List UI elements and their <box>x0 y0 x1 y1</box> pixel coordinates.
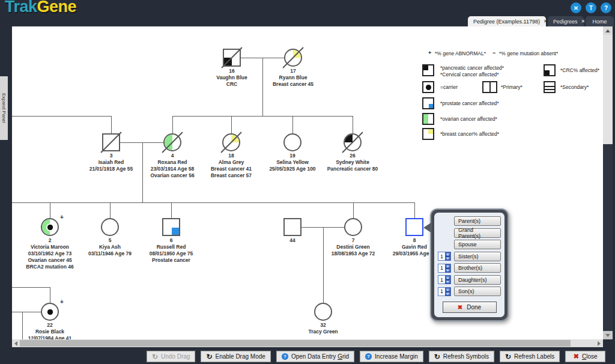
person-label-line: 26 <box>314 153 392 159</box>
horizontal-scrollbar[interactable] <box>12 339 603 347</box>
daughters-count-stepper[interactable]: 1▲▼ <box>438 275 451 284</box>
tab-label: Home <box>592 19 607 25</box>
brothers-count-stepper[interactable]: 1▲▼ <box>438 264 451 273</box>
blue-br-fill <box>172 228 179 235</box>
person-label: 26Sydney WhitePancreatic cancer 80 <box>314 153 392 172</box>
refresh-symbols-button[interactable]: ↻Refresh Symbols <box>429 351 494 362</box>
stepper-down-icon[interactable]: ▼ <box>445 256 450 261</box>
window-buttons: ✕ T ? <box>571 2 611 13</box>
stepper-up-icon[interactable]: ▲ <box>445 276 450 280</box>
pedigree-line <box>171 202 172 218</box>
tab-close-icon[interactable]: ✕ <box>544 19 548 24</box>
person-label-line: Breast cancer 57 <box>192 172 270 179</box>
refresh-icon: ↻ <box>505 353 511 360</box>
sisters-button[interactable]: Sister(s) <box>454 252 501 261</box>
pedigree-line <box>414 202 415 218</box>
stepper-up-icon[interactable]: ▲ <box>445 288 450 292</box>
pedigree-line <box>301 227 344 228</box>
stepper-down-icon[interactable]: ▼ <box>445 280 450 284</box>
tab-pedigree-examples[interactable]: Pedigree (Examples.11798) ✕ <box>468 16 546 26</box>
pedigree-canvas[interactable]: + *% gene ABNORMAL* − *% gene mutation a… <box>12 26 603 347</box>
refresh-labels-button[interactable]: ↻Refresh Labels <box>500 351 560 362</box>
female-symbol[interactable] <box>314 303 332 321</box>
tab-label: Pedigree (Examples.11798) <box>473 19 540 25</box>
daughters-button[interactable]: Daughter(s) <box>454 275 501 285</box>
stepper-value: 1 <box>438 288 445 296</box>
horizontal-scrollbar-thumb[interactable] <box>20 340 571 347</box>
stepper-value: 1 <box>438 264 445 272</box>
stepper-value: 1 <box>438 252 445 260</box>
spouse-button[interactable]: Spouse <box>454 240 501 249</box>
scroll-down-icon[interactable] <box>603 331 613 339</box>
undo-drag-button: ↻Undo Drag <box>147 351 195 362</box>
done-button[interactable]: ✖ Done <box>443 302 497 313</box>
male-symbol[interactable] <box>283 218 301 236</box>
person-label-line: 32 <box>284 322 362 329</box>
parents-button[interactable]: Parent(s) <box>454 216 501 226</box>
tab-close-icon[interactable]: ✕ <box>581 19 586 24</box>
female-symbol[interactable] <box>283 133 301 151</box>
plus-modifier-text: *% gene ABNORMAL* <box>435 50 486 56</box>
tab-label: Pedigrees <box>553 19 578 25</box>
help-icon: ? <box>282 353 288 360</box>
stepper-up-icon[interactable]: ▲ <box>445 252 450 256</box>
female-symbol[interactable] <box>41 303 59 321</box>
crc-legend-text: *CRC% affected* <box>560 67 599 73</box>
refresh-icon: ↻ <box>206 353 212 360</box>
expand-panel-tab[interactable]: Expand Panel <box>0 76 8 140</box>
female-symbol[interactable] <box>101 218 119 236</box>
stepper-down-icon[interactable]: ▼ <box>445 268 450 273</box>
female-symbol[interactable] <box>41 218 59 236</box>
scroll-up-icon[interactable] <box>603 26 613 35</box>
pedigree-line <box>120 142 163 143</box>
person-label: 32Tracy Green <box>284 322 362 335</box>
male-symbol[interactable] <box>162 218 180 236</box>
logo-gene: Gene <box>37 0 77 16</box>
person-label-line: 08/01/1950 Age 75 <box>132 250 210 257</box>
vertical-scrollbar-thumb[interactable] <box>603 35 613 144</box>
close-window-icon[interactable]: ✕ <box>571 2 581 13</box>
scroll-left-icon[interactable] <box>12 339 20 347</box>
bottom-toolbar: ↻Undo Drag↻Enable Drag Mode?Open Data En… <box>147 351 605 362</box>
vertical-scrollbar[interactable] <box>603 26 613 339</box>
tab-home[interactable]: Home <box>586 16 614 26</box>
primary-legend-text: *Primary* <box>501 84 523 90</box>
crc-legend-symbol <box>544 64 556 76</box>
close-button[interactable]: ✖Close <box>565 351 605 362</box>
trakgene-icon[interactable]: T <box>586 2 596 13</box>
person-label-line: Breast cancer 45 <box>254 81 332 88</box>
scroll-right-icon[interactable] <box>595 339 603 347</box>
open-data-entry-grid-button[interactable]: ?Open Data Entry Grid <box>276 351 354 362</box>
carrier-dot <box>426 85 431 90</box>
enable-drag-mode-button[interactable]: ↻Enable Drag Mode <box>201 351 270 362</box>
trakgene-logo: TrakGene <box>5 0 76 16</box>
brothers-button[interactable]: Brother(s) <box>454 263 501 273</box>
grand-parents-button[interactable]: Grand Parent(s) <box>454 228 501 238</box>
help-icon[interactable]: ? <box>601 2 611 13</box>
breast-legend-symbol <box>422 128 434 140</box>
yellow-top-right-fill <box>428 129 433 134</box>
stepper-value: 1 <box>438 276 445 284</box>
stepper-up-icon[interactable]: ▲ <box>445 264 450 268</box>
male-symbol[interactable] <box>405 218 423 236</box>
pedigree-line <box>241 58 284 58</box>
close-icon: ✖ <box>574 353 579 360</box>
sisters-count-stepper[interactable]: 1▲▼ <box>438 252 451 261</box>
minus-modifier-glyph: − <box>492 50 495 56</box>
done-label: Done <box>467 304 481 311</box>
sons-button[interactable]: Son(s) <box>454 287 501 296</box>
popup-pointer-arrow <box>423 222 432 233</box>
sons-count-stepper[interactable]: 1▲▼ <box>438 287 451 296</box>
person-label: 17Ryann BlueBreast cancer 45 <box>254 68 332 88</box>
stepper-down-icon[interactable]: ▼ <box>445 292 450 296</box>
increase-margin-button[interactable]: ?Increase Margin <box>360 351 423 362</box>
pedigree-line <box>12 287 50 288</box>
person-label-line: 17 <box>254 68 332 74</box>
pedigree-line <box>50 287 50 303</box>
cervical-legend-text: *Cervical cancer affected* <box>440 71 499 77</box>
gene-abnormal-marker: + <box>60 214 64 220</box>
tab-pedigrees[interactable]: Pedigrees ✕ <box>548 16 584 26</box>
female-symbol[interactable] <box>344 218 362 236</box>
help-icon: ? <box>365 353 372 360</box>
person-label-line: Russell Red <box>132 244 210 250</box>
